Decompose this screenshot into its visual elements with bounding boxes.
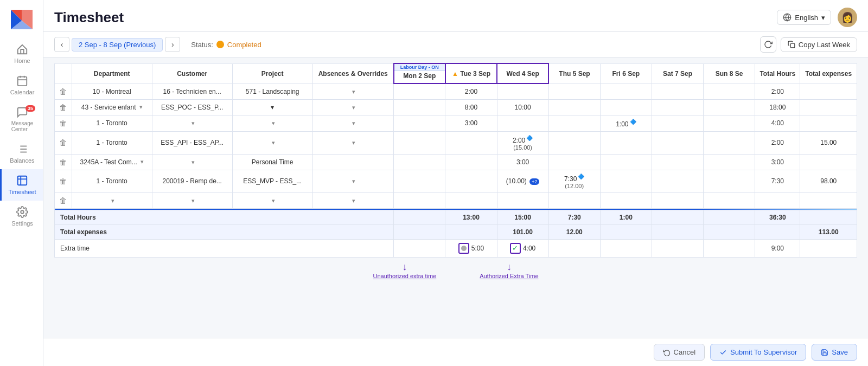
mon-cell[interactable] bbox=[394, 154, 445, 170]
cancel-button[interactable]: Cancel bbox=[654, 344, 705, 361]
thu-cell[interactable]: 7:30🔷 (12.00) bbox=[548, 170, 600, 192]
fri-cell[interactable] bbox=[600, 84, 652, 99]
status-value: Completed bbox=[227, 41, 261, 49]
table-row: 🗑 10 - Montreal 16 - Technicien en... 57… bbox=[55, 84, 857, 99]
mon-cell[interactable] bbox=[394, 84, 445, 99]
customer-dropdown-icon[interactable]: ▾ bbox=[192, 120, 195, 126]
fri-cell[interactable] bbox=[600, 154, 652, 170]
thu-cell[interactable] bbox=[548, 84, 600, 99]
submit-to-supervisor-button[interactable]: Submit To Supervisor bbox=[710, 344, 806, 361]
refresh-button[interactable] bbox=[760, 36, 776, 53]
sidebar-item-message-center[interactable]: 35 MessageCenter bbox=[0, 101, 43, 138]
delete-row-button[interactable]: 🗑 bbox=[59, 87, 67, 96]
sidebar-item-balances[interactable]: Balances bbox=[0, 138, 43, 169]
total-hours-cell: 18:00 bbox=[755, 99, 800, 115]
wed-cell[interactable]: (10.00) +2 bbox=[497, 170, 548, 192]
fri-cell[interactable] bbox=[600, 170, 652, 192]
prev-week-button[interactable]: ‹ bbox=[54, 37, 69, 52]
project-cell[interactable]: ▾ bbox=[232, 192, 312, 208]
sat-cell[interactable] bbox=[652, 154, 703, 170]
fri-cell[interactable] bbox=[600, 99, 652, 115]
grand-total-h: 36:30 bbox=[755, 210, 800, 224]
sidebar-item-settings[interactable]: Settings bbox=[0, 201, 43, 232]
mon-cell[interactable] bbox=[394, 115, 445, 131]
sidebar-item-calendar[interactable]: Calendar bbox=[0, 69, 43, 101]
sun-cell[interactable] bbox=[704, 84, 755, 99]
wed-cell[interactable] bbox=[497, 115, 548, 131]
next-week-button[interactable]: › bbox=[165, 37, 180, 52]
dept-cell: 1 - Toronto bbox=[72, 131, 152, 154]
absences-cell[interactable]: ▾ bbox=[312, 99, 394, 115]
project-cell: ▾ bbox=[232, 115, 312, 131]
wed-cell[interactable]: 2:00🔷 (15.00) bbox=[497, 131, 548, 154]
project-dropdown-icon[interactable]: ▾ bbox=[272, 139, 275, 146]
sun-cell[interactable] bbox=[704, 131, 755, 154]
avatar[interactable]: 👩 bbox=[838, 8, 857, 27]
thu-cell[interactable] bbox=[548, 99, 600, 115]
dept-dropdown-icon[interactable]: ▾ bbox=[139, 104, 143, 111]
absences-cell[interactable]: ▾ bbox=[312, 192, 394, 208]
tue-cell[interactable]: 2:00 bbox=[445, 84, 497, 99]
absences-dropdown-icon[interactable]: ▾ bbox=[352, 88, 355, 95]
tue-cell[interactable] bbox=[445, 131, 497, 154]
wed-cell[interactable] bbox=[497, 84, 548, 99]
sidebar-item-timesheet[interactable]: Timesheet bbox=[0, 169, 43, 201]
sat-cell[interactable] bbox=[652, 131, 703, 154]
sat-cell[interactable] bbox=[652, 115, 703, 131]
app-logo[interactable] bbox=[8, 5, 36, 34]
dept-dropdown-icon[interactable]: ▾ bbox=[111, 197, 114, 204]
delete-row-button[interactable]: 🗑 bbox=[59, 177, 67, 185]
delete-row-button[interactable]: 🗑 bbox=[59, 196, 67, 205]
project-dropdown-icon[interactable]: ▾ bbox=[272, 197, 275, 204]
tue-cell[interactable] bbox=[445, 170, 497, 192]
sun-cell[interactable] bbox=[704, 154, 755, 170]
delete-row-button[interactable]: 🗑 bbox=[59, 103, 67, 112]
sun-cell[interactable] bbox=[704, 115, 755, 131]
table-row: 🗑 3245A - Test Com...▾ ▾ Personal Time 3… bbox=[55, 154, 857, 170]
absences-dropdown-icon[interactable]: ▾ bbox=[352, 139, 355, 146]
copy-last-week-button[interactable]: Copy Last Week bbox=[781, 37, 857, 52]
mon-cell[interactable] bbox=[394, 131, 445, 154]
thu-cell[interactable] bbox=[548, 154, 600, 170]
save-label: Save bbox=[832, 348, 848, 356]
absences-dropdown-icon[interactable]: ▾ bbox=[352, 104, 355, 111]
tue-cell[interactable]: 8:00 bbox=[445, 99, 497, 115]
sat-cell[interactable] bbox=[652, 170, 703, 192]
customer-dropdown-icon[interactable]: ▾ bbox=[192, 159, 195, 165]
dept-cell[interactable]: ▾ bbox=[72, 192, 152, 208]
tue-cell[interactable]: 3:00 bbox=[445, 115, 497, 131]
absences-cell[interactable]: ▾ bbox=[312, 170, 394, 192]
delete-row-button[interactable]: 🗑 bbox=[59, 119, 67, 127]
project-dropdown-arrow[interactable]: ▾ bbox=[271, 104, 274, 111]
total-hours-label: Total Hours bbox=[55, 210, 394, 224]
absences-dropdown-icon[interactable]: ▾ bbox=[352, 197, 355, 204]
absences-cell[interactable]: ▾ bbox=[312, 115, 394, 131]
customer-dropdown-icon[interactable]: ▾ bbox=[192, 197, 195, 204]
delete-row-button[interactable]: 🗑 bbox=[59, 158, 67, 166]
sidebar-item-home[interactable]: Home bbox=[0, 38, 43, 69]
dept-dropdown-icon[interactable]: ▾ bbox=[141, 158, 144, 165]
wed-cell[interactable]: 10:00 bbox=[497, 99, 548, 115]
project-dropdown-icon[interactable]: ▾ bbox=[272, 120, 275, 126]
mon-cell[interactable] bbox=[394, 170, 445, 192]
language-selector[interactable]: English ▾ bbox=[777, 10, 831, 25]
absences-dropdown-icon[interactable]: ▾ bbox=[352, 178, 355, 184]
sun-cell[interactable] bbox=[704, 99, 755, 115]
fri-cell[interactable] bbox=[600, 131, 652, 154]
sat-cell[interactable] bbox=[652, 99, 703, 115]
fri-cell[interactable]: 1:00🔷 bbox=[600, 115, 652, 131]
absences-dropdown-icon[interactable]: ▾ bbox=[352, 120, 355, 126]
thu-cell[interactable] bbox=[548, 131, 600, 154]
absences-cell[interactable]: ▾ bbox=[312, 84, 394, 99]
save-button[interactable]: Save bbox=[812, 344, 857, 361]
delete-row-button[interactable]: 🗑 bbox=[59, 138, 67, 147]
absences-cell[interactable]: ▾ bbox=[312, 131, 394, 154]
sun-cell[interactable] bbox=[704, 170, 755, 192]
sat-cell[interactable] bbox=[652, 84, 703, 99]
mon-cell[interactable] bbox=[394, 99, 445, 115]
absences-cell[interactable] bbox=[312, 154, 394, 170]
wed-cell[interactable]: 3:00 bbox=[497, 154, 548, 170]
customer-cell[interactable]: ▾ bbox=[152, 192, 232, 208]
thu-cell[interactable] bbox=[548, 115, 600, 131]
tue-cell[interactable] bbox=[445, 154, 497, 170]
